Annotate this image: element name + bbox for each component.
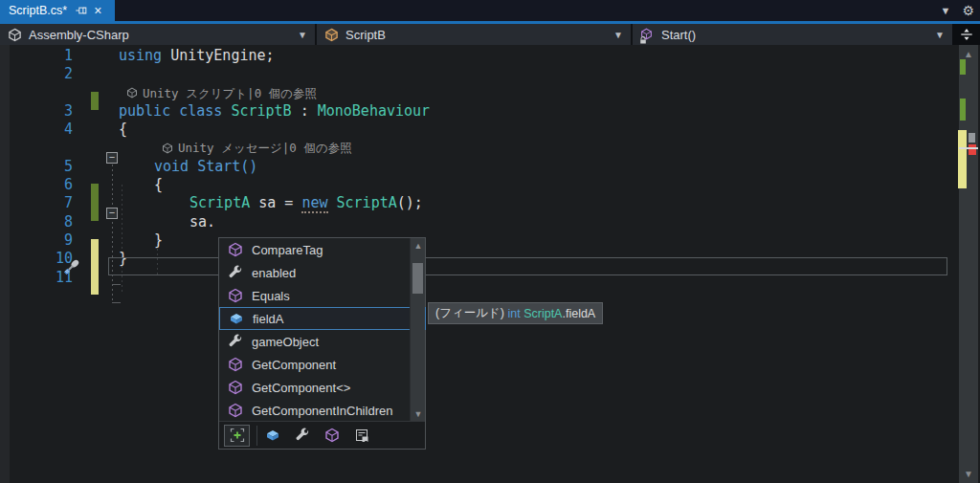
settings-gear-icon[interactable]: ⚙ <box>962 3 974 18</box>
project-icon <box>8 28 22 42</box>
intellisense-tooltip: (フィールド) int ScriptA.fieldA <box>428 302 603 324</box>
filter-button-all[interactable] <box>224 425 250 447</box>
pin-icon[interactable] <box>75 4 88 17</box>
type-dropdown-label: ScriptB <box>345 28 608 42</box>
line-number[interactable]: 5 <box>0 158 73 176</box>
chevron-down-icon: ▼ <box>298 30 307 40</box>
completion-item[interactable]: enabled <box>219 261 409 284</box>
navigation-bar: Assembly-CSharp ▼ ScriptB ▼ Start() ▼ <box>0 24 980 45</box>
member-dropdown-label: Start() <box>661 28 929 42</box>
completion-item-label: GetComponent <box>252 358 336 372</box>
saved-change-mark <box>960 99 966 121</box>
position-line <box>959 147 978 149</box>
code-line[interactable]: 3public class ScriptB : MonoBehaviour <box>0 102 957 121</box>
unity-icon <box>126 87 138 99</box>
tab-scriptb[interactable]: ScriptB.cs* × <box>0 0 115 21</box>
split-icon <box>960 28 973 41</box>
filter-button-property[interactable] <box>295 428 310 443</box>
line-number[interactable]: 8 <box>0 213 73 231</box>
completion-item-selected[interactable]: fieldA <box>219 307 426 330</box>
code-line[interactable]: 7ScriptA sa = new ScriptA(); <box>0 194 957 212</box>
completion-item[interactable]: CompareTag <box>219 238 409 261</box>
completion-filter-bar <box>219 421 425 449</box>
code-token: { <box>119 121 127 138</box>
completion-item[interactable]: Equals <box>219 284 409 307</box>
completion-item-label: gameObject <box>252 335 319 349</box>
tab-list-chevron-icon[interactable]: ▼ <box>941 5 951 16</box>
code-line[interactable]: 2 <box>0 65 957 83</box>
completion-item[interactable]: GetComponent <box>219 353 409 376</box>
code-text: { <box>119 121 127 139</box>
completion-item-label: fieldA <box>253 312 284 326</box>
scroll-down-icon[interactable]: ▼ <box>411 409 426 419</box>
editor-vertical-scrollbar[interactable]: ▲ ▼ <box>959 45 978 483</box>
collapse-region-button[interactable]: − <box>106 152 118 164</box>
code-line[interactable]: 6{ <box>0 176 957 194</box>
line-number[interactable]: 1 <box>0 47 73 65</box>
completion-list-scrollbar[interactable]: ▲ ▼ <box>410 238 425 422</box>
code-line[interactable]: 5void Start() <box>0 158 957 176</box>
code-line[interactable]: 1using UnityEngine; <box>0 47 957 65</box>
method-icon <box>228 403 243 418</box>
line-number[interactable]: 4 <box>0 121 73 139</box>
vs-editor-window: ScriptB.cs* × ▼ ⚙ Assembly-CSharp ▼ Scri… <box>0 0 980 483</box>
line-number[interactable]: 6 <box>0 176 73 194</box>
unsaved-change-mark <box>958 130 967 188</box>
collapse-region-button[interactable]: − <box>106 208 118 219</box>
codelens-references-label[interactable]: Unity メッセージ|0 個の参照 <box>178 139 352 157</box>
code-line[interactable]: 8sa. <box>0 213 957 231</box>
quick-actions-screwdriver-icon[interactable] <box>59 256 82 279</box>
caret-mark <box>969 133 975 143</box>
filter-button-snippet[interactable] <box>354 428 369 443</box>
code-editor[interactable]: 1using UnityEngine;2Unity スクリプト|0 個の参照3p… <box>0 45 980 483</box>
method-icon <box>228 288 243 303</box>
filter-button-method[interactable] <box>324 428 340 443</box>
scrollbar-thumb[interactable] <box>412 263 423 294</box>
chevron-down-icon: ▼ <box>613 30 623 40</box>
code-token: ScriptA <box>189 194 250 211</box>
completion-item[interactable]: gameObject <box>219 330 409 353</box>
outline-guide-end <box>112 302 121 303</box>
tooltip-text: int <box>507 307 523 320</box>
codelens-row[interactable]: Unity メッセージ|0 個の参照 <box>0 139 957 157</box>
line-number[interactable]: 2 <box>0 65 73 83</box>
tab-title: ScriptB.cs* <box>9 4 67 17</box>
line-number[interactable]: 3 <box>0 102 73 121</box>
close-icon[interactable]: × <box>94 4 101 17</box>
code-token: { <box>154 176 163 193</box>
codelens-row[interactable]: Unity スクリプト|0 個の参照 <box>0 84 957 102</box>
code-rows[interactable]: 1using UnityEngine;2Unity スクリプト|0 個の参照3p… <box>0 47 957 287</box>
scroll-down-icon[interactable]: ▼ <box>959 469 978 479</box>
tab-bar: ScriptB.cs* × ▼ ⚙ <box>0 0 980 21</box>
completion-item[interactable]: GetComponent<> <box>219 376 409 399</box>
code-token: sa. <box>189 213 215 231</box>
code-token <box>328 194 337 211</box>
completion-item[interactable]: GetComponentInChildren <box>219 399 409 422</box>
code-token: MonoBehaviour <box>318 102 430 120</box>
tooltip-text: (フィールド) <box>435 305 507 321</box>
code-line[interactable]: 4{ <box>0 121 957 139</box>
tooltip-text: ScriptA <box>523 307 562 320</box>
type-dropdown[interactable]: ScriptB ▼ <box>317 24 633 45</box>
code-line[interactable]: 9} <box>0 231 957 250</box>
method-private-icon <box>640 28 655 42</box>
scroll-up-icon[interactable]: ▲ <box>959 49 978 59</box>
code-token: new <box>301 194 327 213</box>
member-dropdown[interactable]: Start() ▼ <box>633 24 952 45</box>
scroll-up-icon[interactable]: ▲ <box>411 241 426 251</box>
code-text: sa. <box>189 213 215 231</box>
code-token: public class <box>119 102 231 120</box>
code-text: public class ScriptB : MonoBehaviour <box>119 102 430 121</box>
project-dropdown[interactable]: Assembly-CSharp ▼ <box>0 24 317 45</box>
line-number[interactable]: 7 <box>0 194 73 212</box>
code-text: void Start() <box>154 158 257 176</box>
completion-list: CompareTagenabledEqualsfieldAgameObjectG… <box>219 238 409 422</box>
code-token: using <box>119 47 162 64</box>
code-text: using UnityEngine; <box>119 47 275 65</box>
project-dropdown-label: Assembly-CSharp <box>29 28 292 42</box>
filter-button-field[interactable] <box>265 428 280 443</box>
line-number[interactable]: 9 <box>0 231 73 250</box>
codelens-references-label[interactable]: Unity スクリプト|0 個の参照 <box>143 84 317 102</box>
split-window-button[interactable] <box>952 24 980 45</box>
unity-icon <box>162 143 173 154</box>
